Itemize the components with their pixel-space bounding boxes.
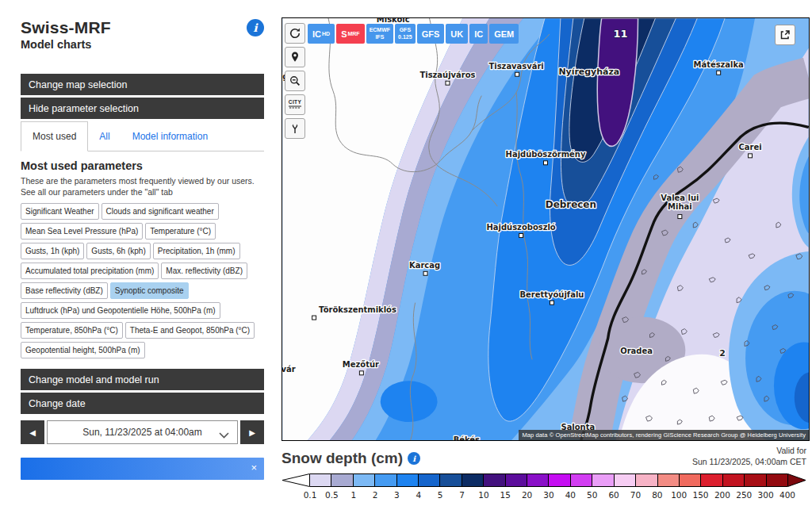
parameter-chip-theta-e-and-geopot-850hpa-c[interactable]: Theta-E and Geopot, 850hPa (°C)	[125, 322, 255, 339]
legend-info-icon[interactable]: i	[408, 452, 420, 465]
tab-most-used[interactable]: Most used	[21, 121, 88, 151]
contour-label: 2	[719, 348, 726, 358]
banner-close-icon[interactable]: ×	[251, 462, 257, 473]
scale-segment-0.5	[331, 474, 353, 486]
location-pin-icon	[289, 51, 301, 63]
scale-segment-200	[723, 474, 745, 486]
city-label: Carei	[738, 143, 761, 151]
date-stepper: ◀ Sun, 11/23/2025 at 04:00am ▶	[21, 420, 264, 444]
city-label: Nyíregyháza	[558, 67, 619, 77]
hide-parameter-selection-button[interactable]: Hide parameter selection	[21, 98, 264, 119]
city-label: Tiszaújváros	[419, 71, 475, 79]
header: Swiss-MRF Model charts i	[21, 19, 264, 51]
model-button-gfs-0-125[interactable]: GFS0.125	[395, 24, 416, 44]
scale-segment-60	[615, 474, 636, 486]
share-button[interactable]	[775, 25, 795, 45]
parameter-chip-luftdruck-hpa-und-geopotentielle-h-he-500hpa-m[interactable]: Luftdruck (hPa) und Geopotentielle Höhe,…	[21, 302, 220, 319]
city-label: Békés	[454, 435, 480, 440]
city-strike-icon	[289, 105, 301, 109]
scale-segment-4	[419, 474, 440, 486]
parameter-chip-synoptic-composite[interactable]: Synoptic composite	[110, 282, 189, 299]
prev-timestep-button[interactable]: ◀	[21, 420, 44, 444]
route-button[interactable]	[285, 118, 305, 139]
city-label: Tiszaföldvár	[282, 365, 296, 374]
city-marker	[678, 215, 682, 219]
city-labels-toggle-button[interactable]: CITY	[285, 94, 305, 115]
color-scale	[282, 473, 806, 487]
parameter-chip-mean-sea-level-pressure-hpa[interactable]: Mean Sea Level Pressure (hPa)	[21, 223, 143, 240]
scale-segment-70	[636, 474, 657, 486]
change-model-button[interactable]: Change model and model run	[21, 369, 264, 390]
scale-tick: 1	[350, 490, 356, 500]
city-label: Mátészalka	[694, 60, 744, 69]
scale-segment-2	[375, 474, 396, 486]
change-date-button[interactable]: Change date	[21, 393, 264, 414]
model-button-gfs[interactable]: GFS	[417, 24, 445, 44]
tabs: Most usedAllModel information	[21, 121, 264, 151]
parameter-chip-clouds-and-significant-weather[interactable]: Clouds and significant weather	[102, 203, 219, 220]
parameter-chip-accumulated-total-precipitation-mm[interactable]: Accumulated total precipitation (mm)	[21, 263, 159, 279]
city-marker	[749, 154, 753, 158]
tab-all[interactable]: All	[88, 121, 121, 151]
model-button-ic[interactable]: IC	[469, 24, 488, 44]
snow-depth-layer: MiskolcEgerTiszaújvárosTiszavasváriNyíre…	[282, 18, 809, 440]
scale-tick: 100	[671, 490, 687, 500]
weather-map[interactable]: MiskolcEgerTiszaújvárosTiszavasváriNyíre…	[282, 17, 810, 441]
scale-tick: 0.1	[304, 490, 317, 500]
next-timestep-button[interactable]: ▶	[240, 420, 264, 444]
date-select[interactable]: Sun, 11/23/2025 at 04:00am	[47, 420, 238, 444]
change-map-selection-button[interactable]: Change map selection	[21, 74, 264, 95]
model-button-ecmwf-ifs[interactable]: ECMWFIFS	[366, 24, 393, 44]
scale-tick: 3	[394, 490, 400, 500]
city-marker	[423, 271, 427, 275]
legend-title: Snow depth (cm)	[282, 450, 403, 467]
scale-segment-250	[745, 474, 766, 486]
scale-segment-1	[354, 474, 375, 486]
refresh-button[interactable]	[285, 23, 305, 44]
scale-tick: 15	[500, 490, 511, 500]
city-marker	[359, 371, 363, 375]
model-button-s-mrf[interactable]: SMRF	[336, 24, 365, 44]
scale-tick: 40	[565, 490, 576, 500]
model-button-uk[interactable]: UK	[446, 24, 468, 44]
parameter-chip-significant-weather[interactable]: Significant Weather	[21, 203, 99, 220]
scale-tick: 150	[693, 490, 709, 500]
zoom-out-button[interactable]	[285, 71, 305, 91]
city-label: Oradea	[620, 347, 653, 355]
scale-tick: 400	[779, 490, 795, 500]
scale-arrow-right	[787, 473, 806, 487]
scale-tick: 2	[373, 490, 378, 500]
chevron-down-icon	[219, 430, 229, 441]
app-title: Swiss-MRF	[21, 19, 111, 36]
location-button[interactable]	[285, 47, 305, 67]
model-button-ic-hd[interactable]: ICHD	[308, 24, 335, 44]
parameter-chip-temperature-c[interactable]: Temperature (°C)	[145, 223, 216, 240]
city-label: Hajdúszoboszló	[487, 223, 556, 232]
scale-tick: 50	[587, 490, 597, 500]
map-toolbar: CITY	[285, 23, 305, 139]
tab-model-information[interactable]: Model information	[121, 121, 219, 151]
scale-segment-15	[506, 474, 527, 486]
scale-segment-100	[680, 474, 701, 486]
parameter-chip-base-reflectivity-dbz[interactable]: Base reflectivity (dBZ)	[21, 282, 108, 299]
scale-tick: 10	[478, 490, 488, 500]
scale-segment-50	[592, 474, 614, 486]
city-marker	[717, 71, 721, 75]
parameter-chip-gusts-6h-kph[interactable]: Gusts, 6h (kph)	[86, 243, 150, 259]
city-label: Mezőtúr	[343, 360, 379, 369]
date-value: Sun, 11/23/2025 at 04:00am	[82, 427, 202, 438]
model-selector: ICHDSMRFECMWFIFSGFS0.125GFSUKICGEM	[308, 24, 519, 44]
scale-tick: 7	[459, 490, 465, 500]
parameter-chip-max-reflectivity-dbz[interactable]: Max. reflectivity (dBZ)	[161, 263, 247, 279]
parameter-chip-temperature-850hpa-c[interactable]: Temperature, 850hPa (°C)	[21, 322, 123, 339]
scale-tick: 70	[630, 490, 641, 500]
info-icon[interactable]: i	[247, 19, 264, 36]
scale-tick: 250	[736, 490, 752, 500]
contour-label: 11	[614, 28, 628, 40]
model-button-gem[interactable]: GEM	[489, 24, 519, 44]
city-label: Tiszavasvári	[488, 62, 543, 71]
parameter-chip-precipitation-1h-mm[interactable]: Precipitation, 1h (mm)	[153, 243, 240, 259]
parameter-chip-gusts-1h-kph[interactable]: Gusts, 1h (kph)	[21, 243, 84, 259]
city-marker	[519, 233, 523, 237]
parameter-chip-geopotential-height-500hpa-m[interactable]: Geopotential height, 500hPa (m)	[21, 342, 145, 358]
